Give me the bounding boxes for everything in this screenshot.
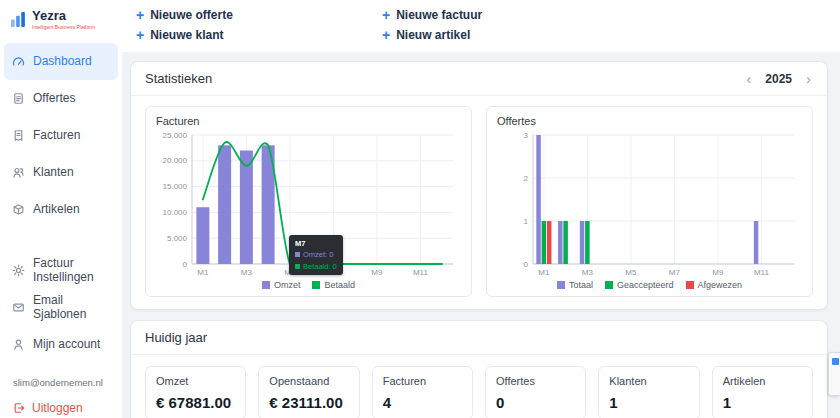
stat-tile-offertes: Offertes0	[485, 366, 586, 418]
offertes-chart[interactable]: 0123M1M3M5M7M9M11	[497, 129, 802, 279]
svg-text:M7: M7	[669, 268, 681, 277]
sidebar-item-artikelen[interactable]: Artikelen	[4, 191, 118, 228]
sidebar-item-label: Artikelen	[33, 202, 80, 216]
svg-text:20.000: 20.000	[163, 156, 188, 165]
svg-text:M7: M7	[328, 268, 340, 277]
stat-tile-artikelen: Artikelen1	[712, 366, 813, 418]
stat-tile-omzet: Omzet€ 67881.00	[145, 366, 246, 418]
recaptcha-badge[interactable]	[828, 352, 840, 396]
recaptcha-icon	[832, 358, 839, 365]
sidebar-item-label: Mijn account	[33, 337, 100, 351]
user-email: slim@ondernemen.nl	[0, 363, 122, 388]
stat-label: Klanten	[609, 375, 688, 387]
sidebar-item-offertes[interactable]: Offertes	[4, 80, 118, 117]
svg-text:0: 0	[183, 260, 188, 269]
svg-text:M1: M1	[538, 268, 550, 277]
quick-action-label: Nieuwe klant	[150, 28, 223, 42]
stat-label: Facturen	[383, 375, 462, 387]
quick-action-label: Nieuw artikel	[396, 28, 470, 42]
svg-text:5.000: 5.000	[167, 234, 188, 243]
stat-label: Offertes	[496, 375, 575, 387]
brand-name: Yezra	[32, 9, 95, 23]
envelope-icon	[12, 301, 25, 314]
document-icon	[12, 92, 25, 105]
user-icon	[12, 338, 25, 351]
charts-row: Facturen 05.00010.00015.00020.00025.000M…	[131, 96, 827, 309]
year-navigation: ‹ 2025 ›	[744, 71, 813, 86]
dashboard-icon	[12, 55, 25, 68]
sidebar-item-klanten[interactable]: Klanten	[4, 154, 118, 191]
svg-text:3: 3	[524, 131, 529, 140]
svg-text:M5: M5	[625, 268, 637, 277]
facturen-chart-title: Facturen	[156, 115, 461, 127]
offertes-chart-panel: Offertes 0123M1M3M5M7M9M11 TotaalGeaccep…	[486, 106, 813, 297]
current-year-card-header: Huidig jaar	[131, 321, 827, 355]
svg-text:0: 0	[524, 260, 529, 269]
year-label: 2025	[765, 72, 792, 86]
brand-logo[interactable]: Yezra Intelligent Business Platform	[0, 0, 122, 37]
offertes-chart-legend: TotaalGeaccepteerdAfgewezen	[497, 280, 802, 290]
gear-icon	[12, 264, 25, 277]
next-year-button[interactable]: ›	[804, 71, 813, 86]
logout-icon	[13, 402, 25, 414]
plus-icon: +	[382, 28, 390, 42]
logout-button[interactable]: Uitloggen	[0, 388, 122, 418]
legend-item-afgewezen: Afgewezen	[686, 280, 743, 290]
quick-action-nieuwe-offerte[interactable]: +Nieuwe offerte	[136, 8, 233, 22]
sidebar-item-label: Facturen	[33, 128, 80, 142]
legend-swatch	[262, 281, 270, 289]
plus-icon: +	[136, 28, 144, 42]
stat-tile-openstaand: Openstaand€ 23111.00	[258, 366, 359, 418]
app-root: Yezra Intelligent Business Platform Dash…	[0, 0, 840, 418]
svg-text:25.000: 25.000	[163, 131, 188, 140]
sidebar-item-label: Offertes	[33, 91, 75, 105]
svg-text:1: 1	[524, 217, 529, 226]
svg-text:M3: M3	[582, 268, 594, 277]
stat-value: € 23111.00	[269, 394, 348, 411]
sidebar-item-dashboard[interactable]: Dashboard	[4, 43, 118, 80]
legend-item-betaald: Betaald	[312, 280, 355, 290]
sidebar-item-facturen[interactable]: Facturen	[4, 117, 118, 154]
facturen-chart-panel: Facturen 05.00010.00015.00020.00025.000M…	[145, 106, 472, 297]
statistics-card: Statistieken ‹ 2025 › Facturen 05.00010.…	[130, 61, 828, 310]
svg-text:M1: M1	[197, 268, 209, 277]
plus-icon: +	[382, 8, 390, 22]
sidebar-item-mijn-account[interactable]: Mijn account	[4, 326, 118, 363]
sidebar-secondary-menu: Factuur InstellingenEmail SjablonenMijn …	[0, 252, 122, 363]
facturen-chart[interactable]: 05.00010.00015.00020.00025.000M1M3M5M7M9…	[156, 129, 461, 279]
stat-label: Artikelen	[723, 375, 802, 387]
prev-year-button[interactable]: ‹	[744, 71, 753, 86]
stat-value: 4	[383, 394, 462, 411]
facturen-chart-legend: OmzetBetaald	[156, 280, 461, 290]
statistics-card-header: Statistieken ‹ 2025 ›	[131, 62, 827, 96]
quick-action-nieuw-artikel[interactable]: +Nieuw artikel	[382, 28, 470, 42]
svg-text:M5: M5	[284, 268, 296, 277]
svg-text:M11: M11	[754, 268, 770, 277]
legend-item-omzet: Omzet	[262, 280, 301, 290]
brand-tagline: Intelligent Business Platform	[32, 24, 95, 30]
legend-swatch	[312, 281, 320, 289]
statistics-title: Statistieken	[145, 71, 212, 86]
invoice-icon	[12, 129, 25, 142]
brand-bars-icon	[10, 11, 27, 28]
svg-text:15.000: 15.000	[163, 182, 188, 191]
quick-action-nieuwe-factuur[interactable]: +Nieuwe factuur	[382, 8, 482, 22]
svg-text:M11: M11	[413, 268, 429, 277]
legend-swatch	[686, 281, 694, 289]
svg-text:M9: M9	[371, 268, 383, 277]
legend-item-geaccepteerd: Geaccepteerd	[605, 280, 674, 290]
legend-swatch	[557, 281, 565, 289]
main-content: +Nieuwe offerte+Nieuwe factuur+Nieuwe kl…	[122, 0, 840, 418]
sidebar-item-label: Klanten	[33, 165, 74, 179]
stat-value: 0	[496, 394, 575, 411]
sidebar-item-email-sjablonen[interactable]: Email Sjablonen	[4, 289, 118, 326]
stat-value: € 67881.00	[156, 394, 235, 411]
box-icon	[12, 203, 25, 216]
quick-action-label: Nieuwe factuur	[396, 8, 482, 22]
quick-action-nieuwe-klant[interactable]: +Nieuwe klant	[136, 28, 224, 42]
sidebar-item-label: Email Sjablonen	[33, 293, 110, 321]
sidebar-item-factuur-instellingen[interactable]: Factuur Instellingen	[4, 252, 118, 289]
legend-item-totaal: Totaal	[557, 280, 593, 290]
sidebar-item-label: Dashboard	[33, 54, 92, 68]
stat-label: Openstaand	[269, 375, 348, 387]
